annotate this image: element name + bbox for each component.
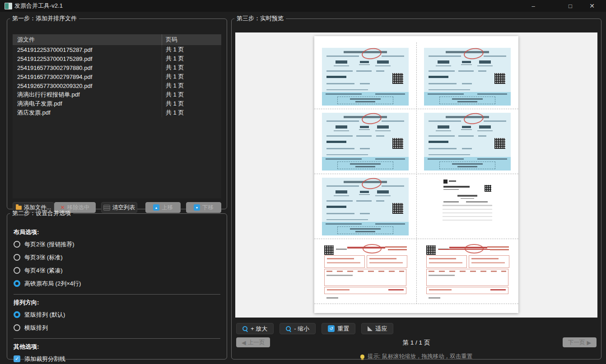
option-label: 每页2张 (报销推荐) xyxy=(24,240,75,249)
preview-cell xyxy=(314,44,416,109)
fit-view-button[interactable]: 适应 xyxy=(361,323,393,334)
magnifier-icon xyxy=(286,326,291,332)
train-ticket-thumbnail xyxy=(322,48,409,106)
train-ticket-thumbnail xyxy=(424,48,511,106)
option-label: 每页3张 (标准) xyxy=(24,253,63,262)
radio-icon xyxy=(14,267,20,274)
option-label: 竖版排列 (默认) xyxy=(24,311,65,319)
layout-option[interactable]: 每页2张 (报销推荐) xyxy=(14,238,220,251)
file-name: 25419165773002797880.pdf xyxy=(13,65,162,71)
file-row[interactable]: 25419122537000175287.pdf 共 1 页 xyxy=(13,45,221,54)
magnifier-icon xyxy=(242,326,248,332)
window-title: 发票合并工具-v2.1 xyxy=(14,0,63,12)
qr-code-icon xyxy=(392,73,403,84)
step3-legend: 第三步：实时预览 xyxy=(234,14,286,23)
layout-option[interactable]: 每页4张 (紧凑) xyxy=(14,264,220,277)
train-ticket-thumbnail xyxy=(424,113,511,170)
qr-code-icon xyxy=(324,245,334,255)
radio-icon xyxy=(14,254,20,261)
qr-code-icon xyxy=(392,203,403,214)
reset-view-button[interactable]: ↺ 重置 xyxy=(322,323,355,334)
qr-code-icon xyxy=(426,245,436,255)
file-pages: 共 1 页 xyxy=(162,54,221,63)
preview-row xyxy=(314,109,518,174)
zoom-out-button[interactable]: - 缩小 xyxy=(280,323,316,334)
next-page-label: 下一页 xyxy=(568,339,585,346)
layout-options-label: 布局选项: xyxy=(14,228,220,236)
preview-page xyxy=(314,36,518,313)
app-icon xyxy=(5,3,12,9)
red-stamp-icon xyxy=(361,47,382,60)
direction-option[interactable]: 竖版排列 (默认) xyxy=(14,308,220,321)
file-pages: 共 1 页 xyxy=(162,90,221,99)
file-row[interactable]: 25419265773000209320.pdf 共 1 页 xyxy=(13,81,221,90)
red-stamp-icon xyxy=(463,112,485,125)
preview-cell xyxy=(416,109,518,174)
header-source-file: 源文件 xyxy=(13,36,162,44)
red-invoice-thumbnail xyxy=(321,243,410,300)
zoom-in-label: + 放大 xyxy=(251,325,267,333)
preview-cell xyxy=(416,174,518,239)
fit-icon xyxy=(368,326,373,331)
fit-label: 适应 xyxy=(375,325,387,333)
file-pages: 共 1 页 xyxy=(162,81,221,90)
preview-hint: 提示: 鼠标滚轮缩放，拖拽移动，双击重置 xyxy=(232,353,601,360)
option-label: 高铁票布局 (2列×4行) xyxy=(24,280,81,288)
layout-option[interactable]: 每页3张 (标准) xyxy=(14,251,220,264)
preview-row xyxy=(314,239,518,304)
file-name: 滴滴电子发票.pdf xyxy=(13,100,162,108)
option-label: 每页4张 (紧凑) xyxy=(24,267,63,275)
radio-icon xyxy=(14,280,20,287)
divider xyxy=(14,338,220,339)
radio-icon xyxy=(14,241,20,248)
file-row[interactable]: 25419165773002797894.pdf 共 1 页 xyxy=(13,72,221,81)
close-button[interactable]: ✕ xyxy=(584,0,600,12)
minimize-button[interactable]: – xyxy=(526,0,541,12)
reset-label: 重置 xyxy=(337,325,349,333)
red-stamp-icon xyxy=(465,244,484,253)
qr-code-icon xyxy=(494,73,505,84)
zoom-in-button[interactable]: + 放大 xyxy=(236,323,274,334)
file-pages: 共 1 页 xyxy=(162,63,221,72)
reset-icon: ↺ xyxy=(328,325,335,332)
preview-viewport[interactable] xyxy=(235,32,597,318)
file-name: 25419122537000175287.pdf xyxy=(13,46,162,53)
other-option[interactable]: ✓ 添加裁剪分割线 xyxy=(14,352,220,364)
direction-options-label: 排列方向: xyxy=(14,299,220,307)
file-row[interactable]: 25419122537000175289.pdf 共 1 页 xyxy=(13,54,221,63)
layout-option[interactable]: 高铁票布局 (2列×4行) xyxy=(14,277,220,290)
radio-icon xyxy=(14,324,20,331)
file-table[interactable]: 源文件 页码 25419122537000175287.pdf 共 1 页 25… xyxy=(13,34,221,198)
next-page-button[interactable]: 下一页 ▶ xyxy=(563,337,597,347)
file-row[interactable]: 滴滴出行行程报销单.pdf 共 1 页 xyxy=(13,90,221,99)
file-name: 25419122537000175289.pdf xyxy=(13,55,162,62)
direction-options: 竖版排列 (默认) 横版排列 xyxy=(14,308,220,334)
file-table-body: 25419122537000175287.pdf 共 1 页 254191225… xyxy=(13,45,221,117)
file-pages: 共 1 页 xyxy=(162,108,221,117)
file-pages: 共 1 页 xyxy=(162,99,221,108)
next-arrow-icon: ▶ xyxy=(587,339,591,346)
file-row[interactable]: 酒店发票.pdf 共 1 页 xyxy=(13,108,221,117)
red-invoice-thumbnail xyxy=(423,243,512,300)
file-row[interactable]: 滴滴电子发票.pdf 共 1 页 xyxy=(13,99,221,108)
step1-legend: 第一步：添加并排序文件 xyxy=(10,14,79,23)
preview-toolbar: + 放大 - 缩小 ↺ 重置 适应 xyxy=(236,323,393,334)
step2-group: 第二步：设置合并选项 布局选项: 每页2张 (报销推荐) 每页3张 (标准) 每… xyxy=(7,209,227,359)
divider xyxy=(14,294,220,295)
file-name: 酒店发票.pdf xyxy=(13,109,162,117)
step1-group: 第一步：添加并排序文件 源文件 页码 25419122537000175287.… xyxy=(7,14,227,209)
qr-code-icon xyxy=(494,138,505,149)
preview-cell xyxy=(314,174,416,239)
title-bar: 发票合并工具-v2.1 – □ ✕ xyxy=(0,0,606,12)
header-pages: 页码 xyxy=(162,34,221,45)
layout-options: 每页2张 (报销推荐) 每页3张 (标准) 每页4张 (紧凑) 高铁票布局 (2… xyxy=(14,238,220,290)
file-row[interactable]: 25419165773002797880.pdf 共 1 页 xyxy=(13,63,221,72)
train-ticket-thumbnail xyxy=(322,178,409,235)
bulb-icon xyxy=(360,355,364,359)
file-name: 25419265773000209320.pdf xyxy=(13,83,162,89)
file-table-header: 源文件 页码 xyxy=(13,34,221,45)
maximize-button[interactable]: □ xyxy=(563,0,578,12)
file-pages: 共 1 页 xyxy=(162,45,221,54)
direction-option[interactable]: 横版排列 xyxy=(14,321,220,334)
red-stamp-icon xyxy=(361,177,382,190)
